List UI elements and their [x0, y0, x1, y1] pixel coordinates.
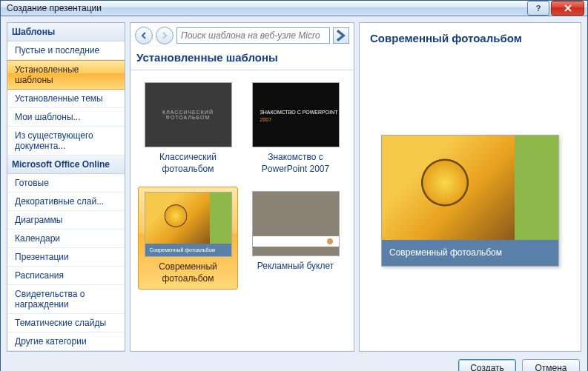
svg-text:?: ? — [536, 4, 541, 13]
sidebar-item-calendars[interactable]: Календари — [7, 230, 125, 248]
template-powerpoint-2007-intro[interactable]: ЗНАКОМСТВО С POWERPOINT 2007 Знакомство … — [245, 78, 346, 179]
dialog-buttons: Создать Отмена — [7, 356, 581, 371]
center-title: Установленные шаблоны — [131, 48, 354, 70]
sidebar-item-blank[interactable]: Пустые и последние — [7, 41, 125, 60]
template-thumbnail: Современный фотоальбом — [145, 192, 232, 257]
arrow-left-icon — [139, 31, 148, 40]
template-label: Классический фотоальбом — [142, 152, 234, 175]
close-button[interactable] — [551, 1, 584, 16]
help-button[interactable]: ? — [527, 1, 549, 16]
template-ad-booklet[interactable]: Рекламный буклет — [245, 187, 346, 290]
nav-back-button[interactable] — [135, 27, 153, 44]
window-title: Создание презентации — [7, 3, 526, 13]
sidebar: Шаблоны Пустые и последние Установленные… — [7, 22, 125, 352]
sidebar-item-featured[interactable]: Готовые — [7, 174, 125, 193]
dialog-content: Шаблоны Пустые и последние Установленные… — [1, 16, 587, 371]
sidebar-header-templates: Шаблоны — [7, 23, 125, 41]
cancel-button[interactable]: Отмена — [522, 359, 580, 371]
center-pane: Установленные шаблоны КЛАССИЧЕСКИЙ ФОТОА… — [130, 22, 354, 352]
template-label: Рекламный буклет — [257, 261, 334, 273]
arrow-right-icon — [160, 31, 169, 40]
template-label: Знакомство с PowerPoint 2007 — [250, 152, 341, 175]
template-classic-photo-album[interactable]: КЛАССИЧЕСКИЙ ФОТОАЛЬБОМ Классический фот… — [138, 78, 238, 179]
create-button[interactable]: Создать — [458, 359, 516, 371]
sidebar-item-installed-templates[interactable]: Установленные шаблоны — [7, 60, 125, 90]
sidebar-header-office-online: Microsoft Office Online — [7, 156, 125, 174]
sidebar-item-presentations[interactable]: Презентации — [7, 248, 125, 267]
template-grid: КЛАССИЧЕСКИЙ ФОТОАЛЬБОМ Классический фот… — [131, 70, 354, 351]
sidebar-item-award-certificates[interactable]: Свидетельства о награждении — [7, 285, 125, 314]
template-thumbnail — [252, 191, 340, 256]
nav-forward-button[interactable] — [156, 27, 174, 44]
arrow-right-icon — [334, 28, 348, 43]
sidebar-item-diagrams[interactable]: Диаграммы — [7, 211, 125, 230]
titlebar: Создание презентации ? — [1, 1, 587, 16]
search-go-button[interactable] — [333, 27, 349, 44]
sidebar-item-my-templates[interactable]: Мои шаблоны... — [7, 108, 125, 127]
sidebar-item-thematic-slides[interactable]: Тематические слайды — [7, 314, 125, 332]
sidebar-item-from-existing[interactable]: Из существующего документа... — [7, 127, 125, 156]
sidebar-item-other-categories[interactable]: Другие категории — [7, 332, 125, 351]
template-thumbnail: КЛАССИЧЕСКИЙ ФОТОАЛЬБОМ — [145, 82, 232, 147]
template-label: Современный фотоальбом — [143, 261, 233, 284]
sidebar-item-schedules[interactable]: Расписания — [7, 267, 125, 285]
search-input[interactable] — [176, 27, 330, 44]
sidebar-item-installed-themes[interactable]: Установленные темы — [7, 90, 125, 108]
preview-title: Современный фотоальбом — [360, 23, 581, 50]
dialog-window: Создание презентации ? Шаблоны Пустые и … — [0, 0, 588, 371]
template-thumbnail: ЗНАКОМСТВО С POWERPOINT 2007 — [252, 82, 340, 147]
preview-pane: Современный фотоальбом Современный фотоа… — [359, 22, 581, 352]
sidebar-item-decorative[interactable]: Декоративные слай... — [7, 193, 125, 211]
template-modern-photo-album[interactable]: Современный фотоальбом Современный фотоа… — [138, 187, 238, 290]
preview-thumbnail: Современный фотоальбом — [381, 135, 559, 267]
